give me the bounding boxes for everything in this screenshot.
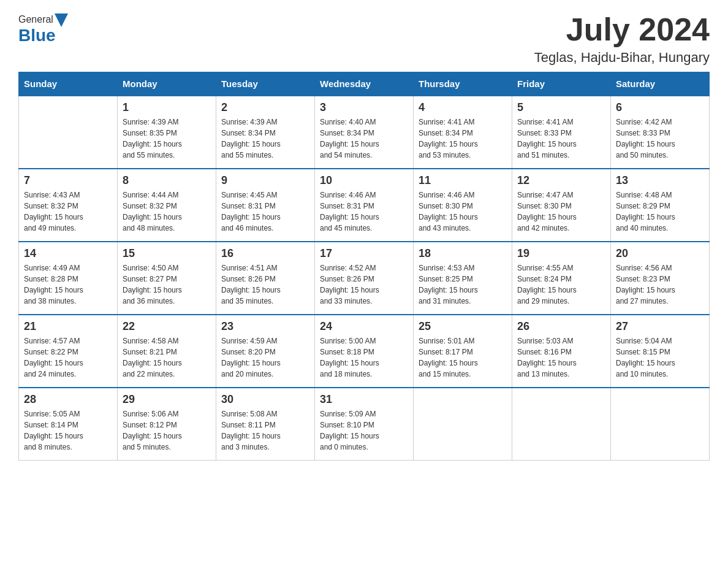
logo-arrow-icon bbox=[55, 13, 68, 27]
day-number: 26 bbox=[517, 320, 605, 333]
calendar-cell: 21Sunrise: 4:57 AMSunset: 8:22 PMDayligh… bbox=[19, 315, 118, 388]
title-block: July 2024 Teglas, Hajdu-Bihar, Hungary bbox=[534, 12, 710, 66]
day-info: Sunrise: 4:39 AMSunset: 8:34 PMDaylight:… bbox=[221, 117, 309, 161]
calendar-cell: 17Sunrise: 4:52 AMSunset: 8:26 PMDayligh… bbox=[315, 242, 414, 315]
day-info: Sunrise: 4:48 AMSunset: 8:29 PMDaylight:… bbox=[616, 190, 704, 234]
day-number: 13 bbox=[616, 174, 704, 187]
calendar-cell: 23Sunrise: 4:59 AMSunset: 8:20 PMDayligh… bbox=[216, 315, 315, 388]
calendar-cell: 3Sunrise: 4:40 AMSunset: 8:34 PMDaylight… bbox=[315, 96, 414, 169]
day-info: Sunrise: 4:59 AMSunset: 8:20 PMDaylight:… bbox=[221, 335, 309, 380]
day-info: Sunrise: 4:43 AMSunset: 8:32 PMDaylight:… bbox=[24, 190, 112, 234]
calendar-day-header: Saturday bbox=[611, 72, 710, 96]
day-number: 29 bbox=[123, 393, 211, 406]
calendar-cell: 26Sunrise: 5:03 AMSunset: 8:16 PMDayligh… bbox=[512, 315, 611, 388]
day-info: Sunrise: 4:51 AMSunset: 8:26 PMDaylight:… bbox=[221, 262, 309, 307]
day-number: 2 bbox=[221, 101, 309, 114]
month-year-title: July 2024 bbox=[534, 12, 710, 47]
calendar-cell: 7Sunrise: 4:43 AMSunset: 8:32 PMDaylight… bbox=[19, 169, 118, 242]
day-info: Sunrise: 4:47 AMSunset: 8:30 PMDaylight:… bbox=[517, 190, 605, 234]
day-number: 18 bbox=[419, 247, 507, 260]
day-number: 4 bbox=[419, 101, 507, 114]
day-info: Sunrise: 4:58 AMSunset: 8:21 PMDaylight:… bbox=[123, 335, 211, 380]
logo-general-text: General bbox=[18, 14, 53, 25]
day-number: 10 bbox=[320, 174, 408, 187]
calendar-cell: 11Sunrise: 4:46 AMSunset: 8:30 PMDayligh… bbox=[414, 169, 512, 242]
day-info: Sunrise: 5:01 AMSunset: 8:17 PMDaylight:… bbox=[419, 335, 507, 380]
day-number: 3 bbox=[320, 101, 408, 114]
calendar-cell: 9Sunrise: 4:45 AMSunset: 8:31 PMDaylight… bbox=[216, 169, 315, 242]
day-info: Sunrise: 5:00 AMSunset: 8:18 PMDaylight:… bbox=[320, 335, 408, 380]
day-number: 20 bbox=[616, 247, 704, 260]
day-info: Sunrise: 4:42 AMSunset: 8:33 PMDaylight:… bbox=[616, 117, 704, 161]
calendar-week-row: 7Sunrise: 4:43 AMSunset: 8:32 PMDaylight… bbox=[19, 169, 710, 242]
logo-blue-text: Blue bbox=[18, 26, 56, 45]
day-info: Sunrise: 4:56 AMSunset: 8:23 PMDaylight:… bbox=[616, 262, 704, 307]
day-info: Sunrise: 4:49 AMSunset: 8:28 PMDaylight:… bbox=[24, 262, 112, 307]
calendar-day-header: Thursday bbox=[414, 72, 512, 96]
day-info: Sunrise: 5:05 AMSunset: 8:14 PMDaylight:… bbox=[24, 408, 112, 453]
calendar-cell: 8Sunrise: 4:44 AMSunset: 8:32 PMDaylight… bbox=[118, 169, 216, 242]
calendar-day-header: Friday bbox=[512, 72, 611, 96]
day-info: Sunrise: 4:44 AMSunset: 8:32 PMDaylight:… bbox=[123, 190, 211, 234]
day-info: Sunrise: 4:41 AMSunset: 8:34 PMDaylight:… bbox=[419, 117, 507, 161]
calendar-cell: 20Sunrise: 4:56 AMSunset: 8:23 PMDayligh… bbox=[611, 242, 710, 315]
calendar-cell: 24Sunrise: 5:00 AMSunset: 8:18 PMDayligh… bbox=[315, 315, 414, 388]
day-info: Sunrise: 4:50 AMSunset: 8:27 PMDaylight:… bbox=[123, 262, 211, 307]
calendar-cell: 10Sunrise: 4:46 AMSunset: 8:31 PMDayligh… bbox=[315, 169, 414, 242]
calendar-cell: 22Sunrise: 4:58 AMSunset: 8:21 PMDayligh… bbox=[118, 315, 216, 388]
svg-marker-0 bbox=[55, 13, 68, 27]
day-number: 7 bbox=[24, 174, 112, 187]
day-number: 14 bbox=[24, 247, 112, 260]
day-number: 17 bbox=[320, 247, 408, 260]
calendar-cell: 4Sunrise: 4:41 AMSunset: 8:34 PMDaylight… bbox=[414, 96, 512, 169]
day-info: Sunrise: 4:57 AMSunset: 8:22 PMDaylight:… bbox=[24, 335, 112, 380]
day-info: Sunrise: 4:40 AMSunset: 8:34 PMDaylight:… bbox=[320, 117, 408, 161]
calendar-day-header: Sunday bbox=[19, 72, 118, 96]
calendar-cell: 15Sunrise: 4:50 AMSunset: 8:27 PMDayligh… bbox=[118, 242, 216, 315]
day-number: 28 bbox=[24, 393, 112, 406]
day-number: 25 bbox=[419, 320, 507, 333]
day-info: Sunrise: 4:46 AMSunset: 8:31 PMDaylight:… bbox=[320, 190, 408, 234]
calendar-table: SundayMondayTuesdayWednesdayThursdayFrid… bbox=[18, 72, 710, 461]
day-info: Sunrise: 4:52 AMSunset: 8:26 PMDaylight:… bbox=[320, 262, 408, 307]
calendar-cell: 13Sunrise: 4:48 AMSunset: 8:29 PMDayligh… bbox=[611, 169, 710, 242]
location-label: Teglas, Hajdu-Bihar, Hungary bbox=[534, 50, 710, 66]
day-number: 1 bbox=[123, 101, 211, 114]
calendar-week-row: 14Sunrise: 4:49 AMSunset: 8:28 PMDayligh… bbox=[19, 242, 710, 315]
day-number: 8 bbox=[123, 174, 211, 187]
calendar-cell: 19Sunrise: 4:55 AMSunset: 8:24 PMDayligh… bbox=[512, 242, 611, 315]
calendar-cell: 16Sunrise: 4:51 AMSunset: 8:26 PMDayligh… bbox=[216, 242, 315, 315]
day-info: Sunrise: 5:03 AMSunset: 8:16 PMDaylight:… bbox=[517, 335, 605, 380]
day-number: 16 bbox=[221, 247, 309, 260]
day-number: 30 bbox=[221, 393, 309, 406]
calendar-cell bbox=[512, 388, 611, 461]
calendar-cell: 30Sunrise: 5:08 AMSunset: 8:11 PMDayligh… bbox=[216, 388, 315, 461]
calendar-cell: 25Sunrise: 5:01 AMSunset: 8:17 PMDayligh… bbox=[414, 315, 512, 388]
day-number: 31 bbox=[320, 393, 408, 406]
day-info: Sunrise: 5:04 AMSunset: 8:15 PMDaylight:… bbox=[616, 335, 704, 380]
day-number: 27 bbox=[616, 320, 704, 333]
day-info: Sunrise: 4:53 AMSunset: 8:25 PMDaylight:… bbox=[419, 262, 507, 307]
calendar-header-row: SundayMondayTuesdayWednesdayThursdayFrid… bbox=[19, 72, 710, 96]
day-number: 6 bbox=[616, 101, 704, 114]
calendar-cell: 5Sunrise: 4:41 AMSunset: 8:33 PMDaylight… bbox=[512, 96, 611, 169]
logo: General Blue bbox=[18, 12, 68, 45]
calendar-day-header: Wednesday bbox=[315, 72, 414, 96]
calendar-cell: 27Sunrise: 5:04 AMSunset: 8:15 PMDayligh… bbox=[611, 315, 710, 388]
calendar-cell: 29Sunrise: 5:06 AMSunset: 8:12 PMDayligh… bbox=[118, 388, 216, 461]
day-number: 21 bbox=[24, 320, 112, 333]
day-number: 22 bbox=[123, 320, 211, 333]
day-number: 19 bbox=[517, 247, 605, 260]
day-number: 12 bbox=[517, 174, 605, 187]
calendar-week-row: 28Sunrise: 5:05 AMSunset: 8:14 PMDayligh… bbox=[19, 388, 710, 461]
day-number: 5 bbox=[517, 101, 605, 114]
day-info: Sunrise: 4:41 AMSunset: 8:33 PMDaylight:… bbox=[517, 117, 605, 161]
calendar-cell: 6Sunrise: 4:42 AMSunset: 8:33 PMDaylight… bbox=[611, 96, 710, 169]
day-info: Sunrise: 5:09 AMSunset: 8:10 PMDaylight:… bbox=[320, 408, 408, 453]
calendar-cell bbox=[611, 388, 710, 461]
day-number: 9 bbox=[221, 174, 309, 187]
calendar-cell bbox=[414, 388, 512, 461]
day-info: Sunrise: 4:55 AMSunset: 8:24 PMDaylight:… bbox=[517, 262, 605, 307]
day-info: Sunrise: 4:46 AMSunset: 8:30 PMDaylight:… bbox=[419, 190, 507, 234]
calendar-cell: 12Sunrise: 4:47 AMSunset: 8:30 PMDayligh… bbox=[512, 169, 611, 242]
